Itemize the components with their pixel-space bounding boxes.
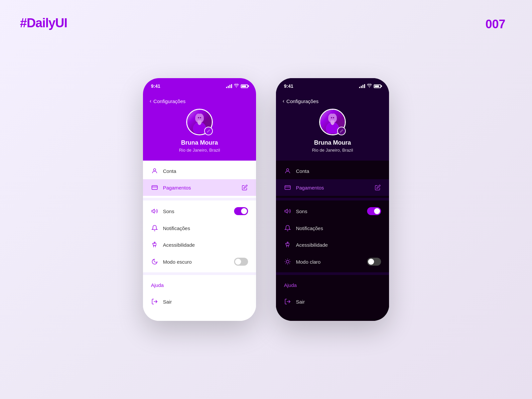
modo-claro-label-dark: Modo claro [296,259,321,265]
menu-item-acessibilidade-dark[interactable]: Acessibilidade [276,236,389,253]
phone-dark: 9:41 [276,78,389,321]
svg-line-25 [289,260,290,260]
menu-group-2-light: Sons Notificações [143,198,256,272]
svg-rect-5 [152,186,158,190]
pagamentos-label-dark: Pagamentos [296,185,324,191]
person-icon-dark [284,167,291,175]
pagamentos-label: Pagamentos [163,185,191,191]
ajuda-label: Ajuda [151,282,164,288]
svg-point-13 [287,169,289,171]
sons-toggle-dark[interactable] [367,207,381,215]
notificacoes-label-dark: Notificações [296,225,323,231]
accessibility-icon [151,241,158,248]
logout-icon [151,298,158,305]
battery-icon [241,84,248,88]
acessibilidade-label-dark: Acessibilidade [296,242,328,248]
menu-section-dark: Conta Pagamentos [276,161,389,321]
status-bar-dark: 9:41 [276,78,389,93]
conta-label: Conta [163,168,176,174]
bell-icon-dark [284,224,291,232]
edit-icon [241,184,248,191]
svg-line-20 [286,260,286,260]
signal-icon [226,84,232,88]
status-bar-light: 9:41 [143,78,256,93]
sound-icon [151,207,158,215]
logo-prefix: #Daily [20,16,55,30]
back-nav-dark[interactable]: ‹ Configurações [283,98,382,104]
svg-point-16 [287,242,288,243]
edit-icon-dark [374,184,381,191]
logout-icon-dark [284,298,291,305]
svg-point-4 [154,169,156,171]
modo-escuro-label: Modo escuro [163,259,192,265]
menu-item-notificacoes-light[interactable]: Notificações [143,220,256,236]
menu-item-acessibilidade-light[interactable]: Acessibilidade [143,236,256,253]
sons-label-dark: Sons [296,208,307,214]
menu-item-sons-light[interactable]: Sons [143,202,256,220]
modo-escuro-toggle-light[interactable] [234,258,248,266]
back-nav-label: Configurações [153,98,186,104]
menu-group-1-light: Conta Pagamentos [143,161,256,198]
brand-logo: #DailyUI [20,16,67,30]
svg-line-21 [289,263,290,264]
profile-name-dark: Bruna Moura [314,139,351,146]
menu-item-conta-dark[interactable]: Conta [276,163,389,179]
svg-point-11 [331,117,332,118]
phone-light: 9:41 [143,78,256,321]
signal-icon-dark [359,84,365,88]
svg-rect-14 [285,186,291,190]
edit-avatar-button-dark[interactable] [337,127,346,135]
back-nav-label-dark: Configurações [286,98,319,104]
card-icon-dark [284,184,291,191]
logo-suffix: UI [55,16,67,30]
menu-item-modo-claro-dark[interactable]: Modo claro [276,253,389,270]
ajuda-item-dark[interactable]: Ajuda [276,277,389,293]
ajuda-item-light[interactable]: Ajuda [143,277,256,293]
menu-item-sons-dark[interactable]: Sons [276,202,389,220]
back-nav-light[interactable]: ‹ Configurações [150,98,249,104]
svg-point-3 [200,117,201,118]
status-icons-dark [359,84,381,89]
sair-label: Sair [163,299,172,305]
svg-point-12 [333,117,334,118]
moon-icon [151,258,158,265]
menu-item-conta-light[interactable]: Conta [143,163,256,179]
menu-item-sair-light[interactable]: Sair [143,293,256,310]
profile-header-dark: ‹ Configurações [276,93,389,161]
sun-icon-dark [284,258,291,265]
edit-avatar-button[interactable] [204,127,213,135]
wifi-icon-dark [367,84,372,89]
avatar-container-light [186,109,213,135]
svg-point-7 [154,242,155,243]
svg-line-24 [286,263,286,264]
person-icon [151,167,158,175]
menu-group-1-dark: Conta Pagamentos [276,161,389,198]
modo-claro-toggle-dark[interactable] [367,258,381,266]
status-icons-light [226,84,248,89]
sound-icon-dark [284,207,291,215]
menu-section-light: Conta Pagamentos [143,161,256,321]
menu-item-sair-dark[interactable]: Sair [276,293,389,310]
back-chevron-icon: ‹ [150,98,151,104]
menu-group-3-dark: Ajuda Sair [276,272,389,312]
menu-item-pagamentos-dark[interactable]: Pagamentos [276,179,389,196]
menu-group-3-light: Ajuda Sair [143,272,256,312]
menu-item-pagamentos-light[interactable]: Pagamentos [143,179,256,196]
ajuda-label-dark: Ajuda [284,282,297,288]
card-icon [151,184,158,191]
profile-name-light: Bruna Moura [181,139,218,146]
svg-point-2 [198,117,199,118]
status-time-light: 9:41 [151,83,160,89]
avatar-container-dark [319,109,346,135]
conta-label-dark: Conta [296,168,309,174]
battery-icon-dark [374,84,381,88]
challenge-number: 007 [485,17,505,31]
sons-toggle-light[interactable] [234,207,248,215]
menu-item-modo-escuro-light[interactable]: Modo escuro [143,253,256,270]
menu-item-notificacoes-dark[interactable]: Notificações [276,220,389,236]
notificacoes-label: Notificações [163,225,190,231]
back-chevron-icon-dark: ‹ [283,98,284,104]
profile-location-light: Rio de Janeiro, Brazil [179,148,220,153]
profile-location-dark: Rio de Janeiro, Brazil [312,148,353,153]
profile-header-light: ‹ Configurações [143,93,256,161]
